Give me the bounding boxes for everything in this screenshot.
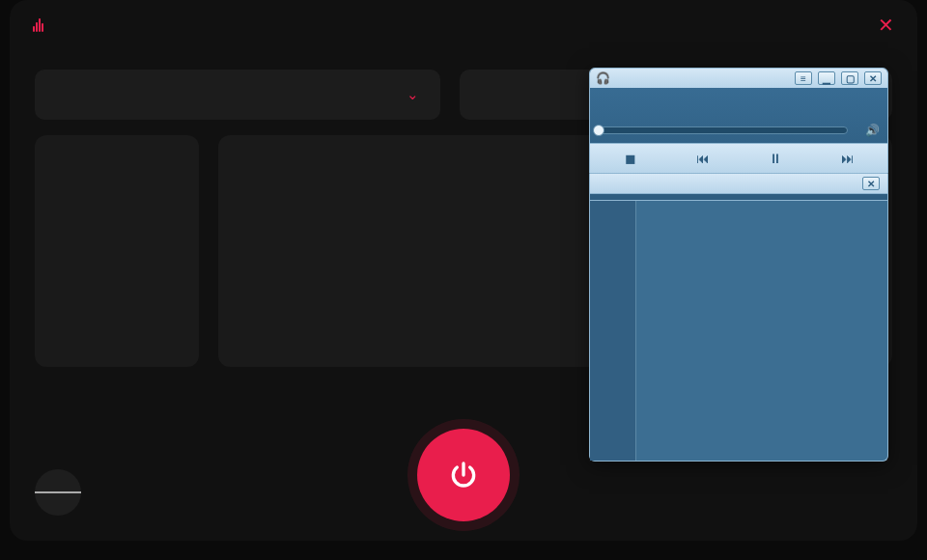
progress-slider[interactable] — [598, 126, 848, 134]
stop-button[interactable]: ◼ — [602, 148, 660, 169]
playlist-close-button[interactable]: ✕ — [862, 177, 880, 190]
playlist-body — [589, 201, 888, 462]
tt-maximize-button[interactable]: ▢ — [841, 71, 858, 85]
playlist-menu — [589, 194, 888, 201]
ttplayer-display: 🔊 — [590, 88, 887, 143]
logo-bars-icon — [33, 18, 46, 32]
fxsound-logo — [33, 18, 52, 32]
chevron-down-icon: ⌄ — [407, 86, 419, 103]
tt-close-button[interactable]: ✕ — [864, 71, 882, 85]
tt-minimize-button[interactable]: ▁ — [818, 71, 835, 85]
close-icon[interactable]: ✕ — [878, 14, 894, 37]
playlist-tracks[interactable] — [636, 201, 887, 461]
headphones-icon: 🎧 — [596, 71, 610, 85]
volume-icon[interactable]: 🔊 — [865, 124, 880, 137]
progress-row: 🔊 — [598, 124, 880, 137]
ttplayer-main-panel: 🎧 ≡ ▁ ▢ ✕ 🔊 ◼ ⏮ — [589, 68, 888, 174]
playback-controls: ◼ ⏮ ⏸ ⏭ — [590, 143, 887, 173]
next-button[interactable]: ⏭ — [819, 148, 877, 169]
pause-button[interactable]: ⏸ — [746, 148, 804, 169]
ttplayer-titlebar[interactable]: 🎧 ≡ ▁ ▢ ✕ — [590, 69, 887, 88]
progress-thumb[interactable] — [593, 125, 604, 136]
power-icon — [448, 460, 479, 490]
preset-select[interactable]: ⌄ — [35, 70, 440, 120]
playlist-group-column[interactable] — [590, 201, 636, 461]
menu-button[interactable] — [35, 469, 81, 516]
tt-extra-button[interactable]: ≡ — [795, 71, 812, 85]
ttplayer-window: 🎧 ≡ ▁ ▢ ✕ 🔊 ◼ ⏮ — [589, 68, 888, 462]
fxsound-header: ✕ — [10, 0, 917, 50]
power-button[interactable] — [417, 429, 510, 521]
playlist-titlebar[interactable]: ✕ — [589, 174, 888, 194]
prev-button[interactable]: ⏮ — [674, 148, 732, 169]
visualizer — [598, 96, 868, 119]
effect-sliders-panel — [35, 135, 199, 367]
